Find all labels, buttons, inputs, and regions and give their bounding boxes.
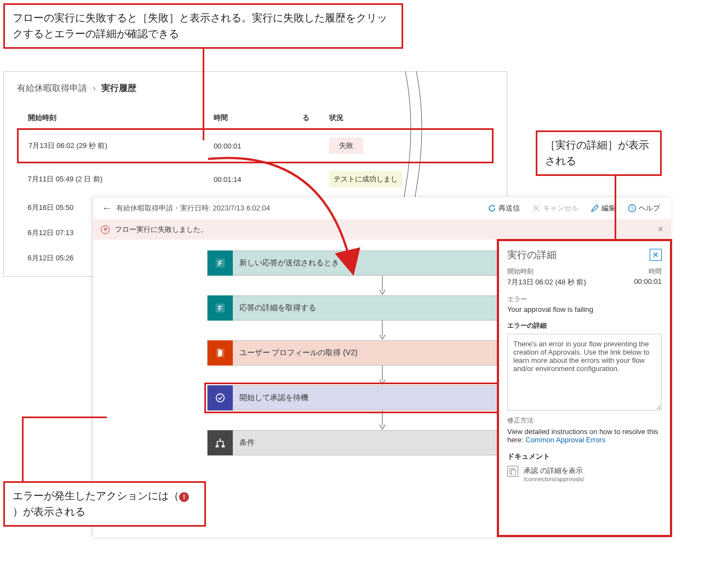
help-button[interactable]: ? ヘルプ <box>626 201 662 215</box>
breadcrumb: 有給休暇取得申請 › 実行履歴 <box>17 83 494 94</box>
side-doc-label: ドキュメント <box>507 452 662 461</box>
callout-bottom-suffix: ）が表示される <box>13 506 85 517</box>
callout-right: ［実行の詳細］が表示される <box>536 130 662 176</box>
svg-rect-15 <box>511 470 515 475</box>
svg-text:F: F <box>218 260 222 267</box>
history-row-failed[interactable]: 7月13日 06:02 (29 秒 前) 00:00:01 失敗 <box>18 129 493 163</box>
col-start: 開始時刻 <box>18 107 204 129</box>
side-error-summary: Your approval flow is failing <box>507 305 662 313</box>
callout-bottom-connector-h <box>22 417 107 418</box>
detail-actions: 再送信 キャンセル 編集 ? ヘルプ <box>485 201 667 215</box>
side-error-detail-label: エラーの詳細 <box>507 321 662 330</box>
forms-icon: F <box>208 250 233 276</box>
doc-item[interactable]: 承認 の詳細を表示 /connectors/approvals/ <box>507 466 662 482</box>
approval-icon <box>208 385 233 410</box>
side-start-label: 開始時刻 <box>507 267 649 276</box>
resend-button[interactable]: 再送信 <box>485 201 522 215</box>
history-row[interactable]: 7月11日 05:49 (2 日 前) 00:01:14 テストに成功しまし <box>18 163 493 196</box>
svg-rect-12 <box>215 446 219 448</box>
cell-start: 7月11日 05:49 (2 日 前) <box>18 163 204 196</box>
document-icon <box>507 466 518 477</box>
side-duration-label: 時間 <box>649 267 662 276</box>
condition-icon <box>208 430 233 455</box>
side-panel-title-row: 実行の詳細 ✕ <box>507 248 662 261</box>
breadcrumb-separator: › <box>89 83 99 93</box>
callout-bottom-prefix: エラーが発生したアクションには（ <box>13 490 179 501</box>
forms-icon: F <box>208 295 233 321</box>
refresh-icon <box>488 204 496 213</box>
error-icon: ! <box>179 492 189 502</box>
side-fix-link[interactable]: Common Approval Errors <box>525 436 605 444</box>
breadcrumb-current: 実行履歴 <box>101 83 136 93</box>
help-icon: ? <box>628 204 637 213</box>
status-badge-failed: 失敗 <box>329 138 363 154</box>
callout-right-connector <box>615 171 616 241</box>
step-label: 条件 <box>233 438 530 448</box>
close-banner-button[interactable]: × <box>657 224 663 235</box>
side-panel-title: 実行の詳細 <box>507 248 557 261</box>
breadcrumb-parent[interactable]: 有給休暇取得申請 <box>17 83 87 93</box>
doc-title: 承認 の詳細を表示 <box>524 466 584 476</box>
svg-rect-13 <box>221 446 225 448</box>
col-gap: る <box>293 107 319 129</box>
side-error-detail-box[interactable]: There's an error in your flow preventing… <box>507 334 662 410</box>
svg-text:F: F <box>218 305 222 312</box>
x-icon <box>532 204 541 213</box>
step-label: ユーザー プロフィールの取得 (V2) <box>233 348 530 358</box>
pencil-icon <box>591 204 599 213</box>
side-fix-text: View detailed instructions on how to res… <box>507 427 662 444</box>
callout-bottom-connector-v <box>22 417 24 481</box>
callout-top: フローの実行に失敗すると［失敗］と表示される。実行に失敗した履歴をクリックすると… <box>3 3 403 49</box>
office-icon <box>208 340 233 366</box>
status-badge-success: テストに成功しまし <box>329 171 402 187</box>
side-start-value: 7月13日 06:02 (48 秒 前) <box>507 277 634 287</box>
error-circle-icon: ✕ <box>101 225 110 234</box>
help-label: ヘルプ <box>639 203 660 213</box>
svg-point-10 <box>216 394 224 402</box>
doc-path: /connectors/approvals/ <box>524 476 584 482</box>
cell-duration: 00:00:01 <box>204 129 293 163</box>
step-label: 開始して承認を待機 <box>233 393 530 403</box>
back-button[interactable]: ← <box>98 203 116 214</box>
error-banner: ✕ フロー実行に失敗しました。 × <box>93 219 671 239</box>
step-label: 新しい応答が送信されるとき <box>233 258 530 268</box>
cell-duration: 00:01:14 <box>204 163 293 196</box>
callout-right-text: ［実行の詳細］が表示される <box>545 139 649 167</box>
callout-bottom: エラーが発生したアクションには（!）が表示される <box>3 481 206 527</box>
side-fix-label: 修正方法 <box>507 416 662 425</box>
run-details-side-panel: 実行の詳細 ✕ 開始時刻 時間 7月13日 06:02 (48 秒 前) 00:… <box>498 240 671 536</box>
cell-start: 7月13日 06:02 (29 秒 前) <box>18 129 204 163</box>
resend-label: 再送信 <box>498 203 520 213</box>
col-status: 状況 <box>319 107 492 129</box>
col-duration: 時間 <box>204 107 293 129</box>
callout-top-text: フローの実行に失敗すると［失敗］と表示される。実行に失敗した履歴をクリックすると… <box>13 12 387 39</box>
callout-top-connector <box>203 47 204 140</box>
detail-title: 有給休暇取得申請・実行日時: 2023/7/13 6:02:04 <box>116 203 485 213</box>
svg-text:?: ? <box>630 206 633 212</box>
side-duration-value: 00:00:01 <box>634 277 662 287</box>
detail-header: ← 有給休暇取得申請・実行日時: 2023/7/13 6:02:04 再送信 キ… <box>93 197 671 219</box>
edit-label: 編集 <box>601 203 616 213</box>
side-error-label: エラー <box>507 295 662 304</box>
edit-button[interactable]: 編集 <box>588 201 618 215</box>
step-label: 応答の詳細を取得する <box>233 303 530 313</box>
cancel-label: キャンセル <box>543 203 578 213</box>
close-side-panel-button[interactable]: ✕ <box>650 249 662 261</box>
cancel-button: キャンセル <box>530 201 581 215</box>
error-banner-text: フロー実行に失敗しました。 <box>115 225 208 235</box>
